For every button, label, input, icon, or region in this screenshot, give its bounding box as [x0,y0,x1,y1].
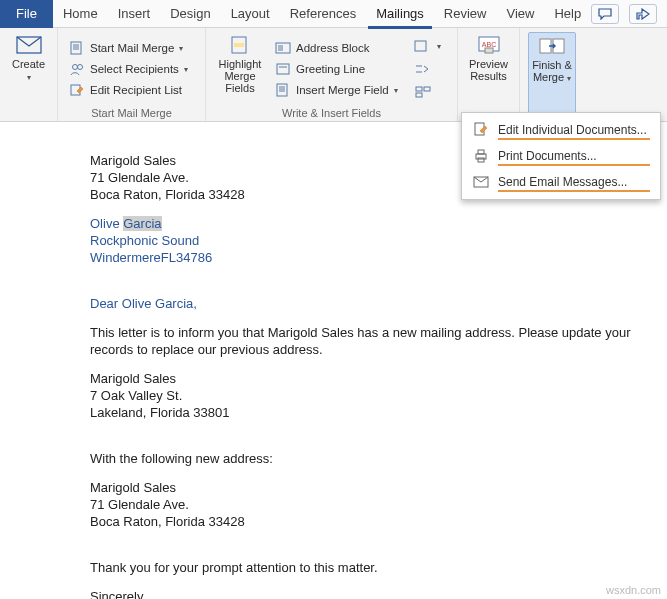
finish-merge-icon [538,35,566,57]
insert-merge-field-button[interactable]: Insert Merge Field▾ [272,81,406,99]
tab-bar: File Home Insert Design Layout Reference… [0,0,667,28]
insert-mf-label: Insert Merge Field [296,84,389,96]
people-icon [68,61,86,77]
edit-list-icon [68,82,86,98]
select-recipients-button[interactable]: Select Recipients▾ [66,60,197,78]
tab-insert[interactable]: Insert [108,0,161,28]
svg-rect-1 [71,42,81,54]
match-fields-button[interactable] [412,60,440,78]
update-labels-button[interactable] [412,83,440,101]
comments-button[interactable] [591,4,619,24]
menu-print-label: Print Documents... [498,149,650,163]
speech-bubble-icon [598,8,612,20]
share-icon [636,8,650,20]
chevron-down-icon: ▾ [27,73,31,82]
document-edit-icon [472,121,490,139]
printer-icon [472,147,490,165]
create-label: Create [12,58,45,70]
highlight-label: Highlight Merge Fields [214,58,266,94]
chevron-down-icon: ▾ [567,74,571,83]
menu-email-label: Send Email Messages... [498,175,650,189]
greeting-icon [274,61,292,77]
tab-layout[interactable]: Layout [221,0,280,28]
menu-edit-individual-documents[interactable]: Edit Individual Documents... [462,117,660,143]
svg-rect-6 [234,43,244,47]
greeting-label: Greeting Line [296,63,365,75]
email-icon [472,173,490,191]
group-create-label [8,118,49,119]
old-name: Marigold Sales [90,370,657,387]
group-create: Create▾ [0,28,58,121]
chevron-down-icon: ▾ [179,44,183,53]
preview-results-button[interactable]: ABC Preview Results [466,32,511,118]
group-write-label: Write & Insert Fields [214,106,449,119]
group-start-mail-merge: Start Mail Merge▾ Select Recipients▾ Edi… [58,28,206,121]
svg-rect-12 [416,93,422,97]
insert-field-icon [274,82,292,98]
svg-rect-10 [415,41,426,51]
update-icon [414,84,432,100]
group-preview: ABC Preview Results [458,28,520,121]
start-mail-merge-button[interactable]: Start Mail Merge▾ [66,39,197,57]
match-icon [414,61,432,77]
watermark: wsxdn.com [606,584,661,596]
new-addr1: 71 Glendale Ave. [90,496,657,513]
greeting-line-button[interactable]: Greeting Line [272,60,406,78]
address-label: Address Block [296,42,370,54]
old-addr1: 7 Oak Valley St. [90,387,657,404]
group-finish: Finish & Merge ▾ [520,28,584,121]
tab-file[interactable]: File [0,0,53,28]
tab-view[interactable]: View [496,0,544,28]
body-paragraph-1: This letter is to inform you that Marigo… [90,324,657,358]
finish-merge-menu: Edit Individual Documents... Print Docum… [461,112,661,200]
new-addr2: Boca Raton, Florida 33428 [90,513,657,530]
tab-design[interactable]: Design [160,0,220,28]
edit-rcp-label: Edit Recipient List [90,84,182,96]
address-block-button[interactable]: Address Block [272,39,406,57]
chevron-down-icon: ▾ [394,86,398,95]
menu-edit-label: Edit Individual Documents... [498,123,650,137]
tab-review[interactable]: Review [434,0,497,28]
closing: Sincerely, [90,588,657,599]
new-name: Marigold Sales [90,479,657,496]
highlight-icon [226,34,254,56]
create-envelopes-button[interactable]: Create▾ [8,32,49,118]
tab-home[interactable]: Home [53,0,108,28]
finish-merge-button[interactable]: Finish & Merge ▾ [528,32,576,118]
group-write-insert: Highlight Merge Fields Address Block Gre… [206,28,458,121]
tab-mailings[interactable]: Mailings [366,0,434,28]
svg-rect-21 [478,150,484,154]
document-body: Marigold Sales 71 Glendale Ave. Boca Rat… [90,152,657,599]
menu-send-email-messages[interactable]: Send Email Messages... [462,169,660,195]
finish-label: Finish & Merge [532,59,572,83]
svg-rect-11 [416,87,422,91]
share-button[interactable] [629,4,657,24]
svg-text:ABC: ABC [481,41,495,48]
chevron-down-icon: ▾ [437,42,441,51]
group-start-label: Start Mail Merge [66,106,197,119]
merge-first-name: Olive [90,216,120,231]
tab-help[interactable]: Help [544,0,591,28]
preview-label: Preview Results [469,58,508,82]
rules-button[interactable]: ▾ [412,37,440,55]
merge-city-state-zip: WindermereFL34786 [90,249,657,266]
tab-references[interactable]: References [280,0,366,28]
recipient-name-line: Olive Garcia [90,215,657,232]
select-rcp-label: Select Recipients [90,63,179,75]
preview-icon: ABC [475,34,503,56]
svg-rect-9 [277,84,287,96]
address-icon [274,40,292,56]
highlight-merge-fields-button[interactable]: Highlight Merge Fields [214,32,266,106]
chevron-down-icon: ▾ [184,65,188,74]
quick-actions [591,4,667,24]
body-paragraph-2: With the following new address: [90,450,657,467]
svg-rect-13 [424,87,430,91]
svg-point-3 [78,65,83,70]
envelope-icon [15,34,43,56]
old-addr2: Lakeland, Florida 33801 [90,404,657,421]
merge-last-name-selected: Garcia [123,216,161,231]
menu-print-documents[interactable]: Print Documents... [462,143,660,169]
salutation: Dear Olive Garcia, [90,295,657,312]
merge-company: Rockphonic Sound [90,232,657,249]
edit-recipient-list-button[interactable]: Edit Recipient List [66,81,197,99]
